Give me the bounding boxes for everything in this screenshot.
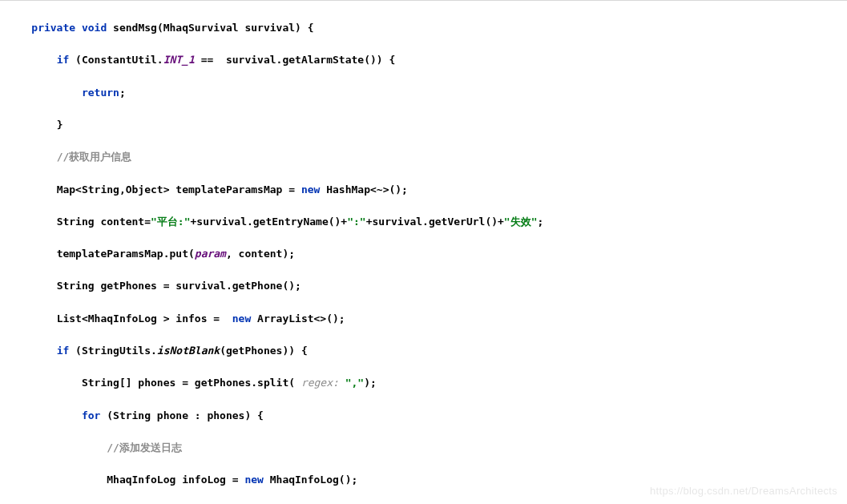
code-line: //获取用户信息 bbox=[2, 149, 845, 165]
inline-hint: regex: bbox=[301, 377, 345, 389]
code-line: for (String phone : phones) { bbox=[2, 408, 845, 424]
code-line: private void sendMsg(MhaqSurvival surviv… bbox=[2, 20, 845, 36]
code-line: if (ConstantUtil.INT_1 == survival.getAl… bbox=[2, 52, 845, 68]
code-line: if (StringUtils.isNotBlank(getPhones)) { bbox=[2, 343, 845, 359]
code-line: return; bbox=[2, 85, 845, 101]
code-line: String content="平台:"+survival.getEntryNa… bbox=[2, 214, 845, 230]
code-editor: private void sendMsg(MhaqSurvival surviv… bbox=[0, 1, 847, 504]
code-line: } bbox=[2, 117, 845, 133]
code-line: templateParamsMap.put(param, content); bbox=[2, 246, 845, 262]
code-line: //添加发送日志 bbox=[2, 440, 845, 456]
code-line: List<MhaqInfoLog > infos = new ArrayList… bbox=[2, 311, 845, 327]
code-line: String[] phones = getPhones.split( regex… bbox=[2, 375, 845, 391]
code-line: String getPhones = survival.getPhone(); bbox=[2, 278, 845, 294]
code-line: Map<String,Object> templateParamsMap = n… bbox=[2, 182, 845, 198]
watermark-text: https://blog.csdn.net/DreamsArchitects bbox=[650, 483, 837, 499]
